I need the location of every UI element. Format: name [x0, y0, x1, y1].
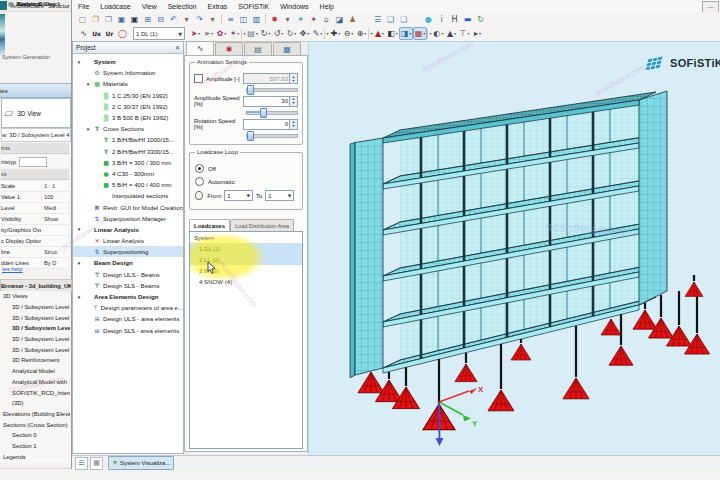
view-panel-b-icon[interactable]: ◨▾ [399, 27, 413, 40]
property-value[interactable]: Show [41, 216, 69, 222]
loadcase-item[interactable]: 4 SNOW (4) [190, 276, 302, 287]
project-tree-item[interactable]: Superposition Manager [73, 213, 183, 224]
expand-arrow-icon[interactable] [76, 294, 82, 300]
task-tab-system-visualization[interactable]: ✶ System Visualiza... [108, 456, 174, 470]
project-tree-item[interactable]: Area Elements Design [73, 291, 183, 302]
beams-drop-icon[interactable]: ▸▾ [471, 28, 484, 40]
amplitude-slider[interactable] [246, 85, 298, 92]
tab-results[interactable]: ✱ [215, 42, 243, 55]
rotation-speed-spinner[interactable]: ▲▼ [290, 119, 298, 130]
properties-help-link[interactable]: ies help [2, 266, 23, 272]
expand-arrow-icon[interactable] [85, 126, 91, 132]
amplitude-speed-slider[interactable] [246, 108, 298, 115]
browser-item[interactable]: 3D / Subsystem Level 6 [0, 344, 70, 355]
redo-drop-icon[interactable]: ▾ [206, 13, 219, 25]
ribbon-button[interactable]: ⚠ Warnings [8, 0, 42, 7]
project-tree-item[interactable]: 1 C 25/30 (EN 1992) [73, 90, 183, 101]
amplitude-speed-spinner[interactable]: ▲▼ [290, 96, 298, 107]
loadcase-selector-dropdown[interactable]: 1 DL (1) ▼ [133, 27, 185, 40]
project-tree-item[interactable]: Superpositioning [73, 246, 183, 257]
gap[interactable] [410, 13, 422, 25]
expand-arrow-icon[interactable] [76, 260, 82, 266]
page-list-icon[interactable]: ☰ [371, 13, 384, 25]
amplitude-spinner[interactable]: ▲▼ [290, 73, 298, 84]
db-export-icon[interactable]: ⊞ [141, 13, 154, 25]
property-value[interactable]: Medi [41, 205, 69, 211]
stop-record-icon[interactable]: ◯ [116, 28, 129, 40]
copy-page-alt-icon[interactable]: ❏ [397, 13, 410, 25]
project-tree-item[interactable]: 3 B/H = 300 / 300 mm [73, 157, 183, 168]
supports-drop-icon[interactable]: ▲▾ [445, 28, 458, 40]
view-name-row[interactable]: w: 3D / Subsystem Level 4 [1, 128, 71, 142]
project-tree-item[interactable]: Linear Analysis [73, 235, 183, 246]
amplitude-field[interactable]: 597.93 [243, 73, 290, 84]
tab-report[interactable]: ▤ [244, 42, 272, 55]
amplitude-speed-field[interactable]: 30 [243, 96, 290, 107]
browser-item[interactable]: 3D / Subsystem Level 2 [0, 302, 70, 313]
amplitude-checkbox[interactable] [194, 74, 203, 83]
sofistik-task-icon[interactable]: ✸ [268, 13, 281, 25]
loadcase-item[interactable]: 1 DL (1) [190, 243, 302, 254]
from-dropdown[interactable]: 1▼ [224, 190, 253, 201]
radio-automatic[interactable] [195, 177, 204, 186]
menu-item[interactable]: Help [320, 3, 334, 10]
close-icon[interactable]: ✕ [175, 44, 180, 51]
expand-arrow-icon[interactable] [85, 81, 91, 87]
select-cursor-icon[interactable]: ➢▾ [202, 28, 215, 40]
save-file-icon[interactable]: ❒ [102, 13, 115, 25]
properties-section-header[interactable]: ints [1, 143, 69, 154]
rotation-speed-field[interactable]: 0 [243, 119, 290, 130]
project-tree-item[interactable]: 5 B/H = 400 / 400 mm [73, 179, 183, 190]
browser-item[interactable]: Analytical Model [0, 366, 70, 377]
window-rows-icon[interactable]: ≡ [224, 13, 237, 25]
project-tree-item[interactable]: Beam Design [73, 257, 183, 268]
menu-item[interactable]: File [78, 3, 89, 10]
tab-save[interactable]: ▦ [273, 42, 301, 55]
project-tree-item[interactable]: Design SLS - area elements [73, 325, 183, 336]
radio-off[interactable] [195, 164, 204, 173]
menu-item[interactable]: Extras [207, 3, 227, 10]
project-tree-item[interactable]: Design ULS - Beams [73, 269, 183, 280]
expand-arrow-icon[interactable] [76, 59, 82, 65]
help-h-icon[interactable]: H [448, 13, 461, 25]
fit-view-icon[interactable]: ✚▾ [329, 28, 342, 40]
window-columns-icon[interactable]: ◫ [237, 13, 250, 25]
tab-animation[interactable]: ∿ [186, 41, 214, 55]
project-tree-item[interactable]: System Information [73, 67, 183, 78]
menu-item[interactable]: Windows [280, 3, 308, 10]
db-import-icon[interactable]: ⊟ [154, 13, 167, 25]
rotation-speed-slider[interactable] [246, 131, 298, 138]
expand-arrow-icon[interactable] [76, 226, 82, 232]
undo-drop-icon[interactable]: ▾ [180, 13, 193, 25]
info-icon[interactable]: i [435, 13, 448, 25]
task-drop-icon[interactable]: ▾ [281, 13, 294, 25]
export-doc-icon[interactable]: ◪ [333, 13, 346, 25]
supports-cone-icon[interactable]: ▲▾ [373, 28, 386, 40]
menu-item[interactable]: Selection [168, 3, 197, 10]
browser-item[interactable]: Sections (Cross Section) [0, 419, 70, 430]
sections-drop-icon[interactable]: ⊤▾ [458, 28, 471, 40]
browser-item[interactable]: (3D) [0, 398, 70, 409]
project-tree-item[interactable]: Design ULS - area elements [73, 313, 183, 324]
type-selector[interactable]: ▱ 3D View [1, 98, 71, 128]
project-tree-item[interactable]: Cross Sections [73, 123, 183, 134]
view-panel-a-icon[interactable]: ◧▾ [386, 28, 399, 40]
browser-item[interactable]: Elevations (Building Elevat [0, 409, 70, 420]
render-sphere-icon[interactable]: ◐▾ [432, 28, 445, 40]
project-tree-item[interactable]: Interpolated sections [73, 190, 183, 201]
radio-from-to[interactable] [195, 191, 203, 200]
property-value[interactable]: By D [41, 260, 69, 266]
browser-item[interactable]: SOFiSTiK_RCD_Internal [0, 387, 70, 398]
properties-section-header-2[interactable]: cs [1, 169, 69, 180]
property-value[interactable]: 100 [41, 194, 69, 200]
deform-ur-icon[interactable]: Ur [103, 28, 116, 40]
loadcase-root[interactable]: System [190, 232, 302, 243]
browser-item[interactable]: 3D Views [0, 291, 70, 302]
property-value[interactable]: Struc [41, 249, 69, 255]
refresh-icon[interactable]: ↻ [474, 13, 487, 25]
browser-item[interactable]: Section 0 [0, 430, 70, 441]
browser-item[interactable]: 3D / Subsystem Level 4 [0, 323, 70, 334]
project-tree-item[interactable]: 2 C 30/37 (EN 1992) [73, 101, 183, 112]
browser-item[interactable]: 3D Reinforcement [0, 355, 70, 366]
browser-item[interactable]: Section 1 [0, 441, 70, 452]
